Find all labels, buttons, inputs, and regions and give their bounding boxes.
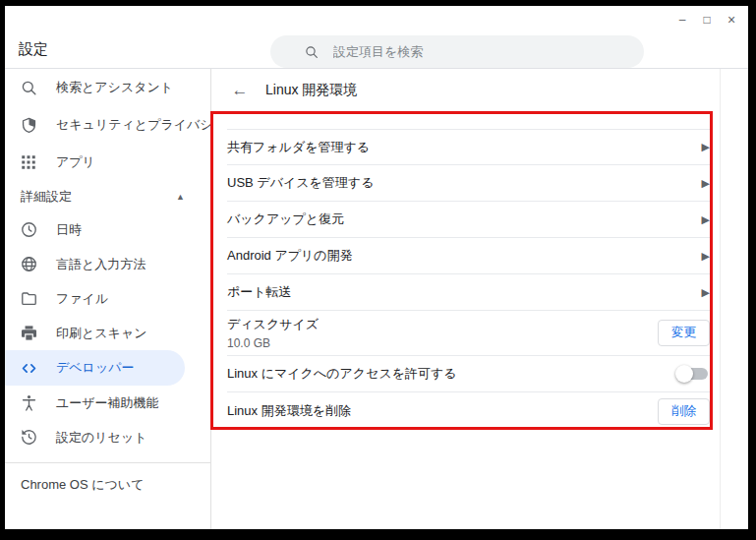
- page-title: Linux 開発環境: [265, 82, 357, 99]
- row-label: バックアップと復元: [227, 210, 344, 228]
- advanced-settings-label: 詳細設定: [21, 188, 72, 206]
- sidebar-item-label: Chrome OS について: [21, 476, 144, 494]
- globe-icon: [19, 255, 38, 274]
- row-delete-linux-environment: Linux 開発環境を削除 削除: [227, 392, 710, 430]
- row-label: Android アプリの開発: [227, 247, 353, 265]
- sidebar-item-print-scan[interactable]: 印刷とスキャン: [5, 316, 210, 350]
- sidebar-item-about-chromeos[interactable]: Chrome OS について: [5, 463, 210, 507]
- change-disk-size-button[interactable]: 変更: [658, 320, 710, 346]
- settings-rows: 共有フォルダを管理する ▶ USB デバイスを管理する ▶ バックアップと復元 …: [211, 129, 748, 430]
- sidebar-item-label: デベロッパー: [56, 359, 135, 377]
- printer-icon: [19, 324, 38, 343]
- row-manage-usb-devices[interactable]: USB デバイスを管理する ▶: [227, 165, 710, 202]
- code-icon: [19, 358, 38, 378]
- sidebar-item-label: セキュリティとプライバシー: [56, 116, 226, 134]
- mic-access-toggle[interactable]: [678, 368, 708, 380]
- chevron-right-icon: ▶: [702, 177, 710, 190]
- sidebar-item-reset-settings[interactable]: 設定のリセット: [5, 420, 210, 454]
- folder-icon: [19, 289, 38, 309]
- caret-up-icon: ▲: [176, 192, 185, 202]
- clock-icon: [19, 220, 38, 240]
- search-icon: [304, 44, 320, 60]
- body-area: 検索とアシスタント セキュリティとプライバシー: [5, 69, 748, 529]
- sidebar-item-developers[interactable]: デベロッパー: [5, 350, 185, 386]
- row-mic-access: Linux にマイクへのアクセスを許可する: [227, 356, 710, 392]
- minimize-button[interactable]: –: [673, 12, 691, 28]
- sidebar-item-label: 印刷とスキャン: [56, 325, 147, 342]
- delete-linux-label: Linux 開発環境を削除: [227, 402, 351, 420]
- sidebar: 検索とアシスタント セキュリティとプライバシー: [5, 69, 211, 529]
- sidebar-item-label: 設定のリセット: [56, 429, 147, 447]
- window-controls: – □ ×: [673, 12, 740, 28]
- sidebar-item-label: 言語と入力方法: [56, 256, 145, 273]
- sidebar-item-label: 日時: [56, 221, 82, 239]
- sidebar-item-search-assistant[interactable]: 検索とアシスタント: [5, 69, 210, 106]
- row-label: ポート転送: [227, 283, 292, 301]
- chevron-right-icon: ▶: [702, 141, 710, 153]
- row-android-app-development[interactable]: Android アプリの開発 ▶: [227, 238, 710, 274]
- row-disk-size: ディスクサイズ 10.0 GB 変更: [227, 311, 710, 356]
- delete-linux-button[interactable]: 削除: [658, 398, 710, 425]
- main-content: ← Linux 開発環境 共有フォルダを管理する ▶ USB デバイスを管理する…: [211, 69, 748, 529]
- reset-icon: [19, 428, 38, 448]
- back-arrow-icon[interactable]: ←: [230, 81, 250, 100]
- sidebar-item-files[interactable]: ファイル: [5, 281, 210, 316]
- shield-icon: [19, 115, 38, 135]
- search-input[interactable]: [333, 44, 609, 59]
- toggle-knob: [675, 365, 693, 383]
- apps-grid-icon: [19, 152, 38, 172]
- row-backup-restore[interactable]: バックアップと復元 ▶: [227, 202, 710, 238]
- chevron-right-icon: ▶: [702, 250, 710, 263]
- disk-size-label: ディスクサイズ: [227, 316, 319, 333]
- accessibility-icon: [19, 393, 38, 413]
- sidebar-item-label: ファイル: [56, 290, 108, 308]
- sidebar-item-security-privacy[interactable]: セキュリティとプライバシー: [5, 106, 210, 144]
- content-header: ← Linux 開発環境: [211, 69, 748, 111]
- chevron-right-icon: ▶: [702, 286, 710, 299]
- sidebar-item-accessibility[interactable]: ユーザー補助機能: [5, 386, 210, 420]
- close-button[interactable]: ×: [723, 12, 740, 28]
- sidebar-item-languages-inputs[interactable]: 言語と入力方法: [5, 247, 210, 281]
- chevron-right-icon: ▶: [702, 213, 710, 226]
- sidebar-section-advanced[interactable]: 詳細設定 ▲: [5, 181, 210, 212]
- settings-window: – □ × 設定 検索とアシスタント: [5, 6, 748, 529]
- mic-access-label: Linux にマイクへのアクセスを許可する: [227, 365, 457, 383]
- row-port-forwarding[interactable]: ポート転送 ▶: [227, 274, 710, 311]
- sidebar-item-date-time[interactable]: 日時: [5, 212, 210, 247]
- content-right-divider: [720, 69, 721, 529]
- row-manage-shared-folders[interactable]: 共有フォルダを管理する ▶: [227, 129, 710, 165]
- maximize-button[interactable]: □: [698, 12, 716, 28]
- disk-size-value: 10.0 GB: [227, 336, 319, 350]
- search-box[interactable]: [270, 35, 644, 68]
- window-header: – □ × 設定: [5, 6, 748, 69]
- row-label: 共有フォルダを管理する: [227, 139, 370, 156]
- app-title: 設定: [19, 40, 48, 59]
- sidebar-item-label: アプリ: [56, 153, 95, 171]
- row-label: USB デバイスを管理する: [227, 174, 374, 192]
- sidebar-item-label: 検索とアシスタント: [56, 79, 173, 96]
- sidebar-item-label: ユーザー補助機能: [56, 394, 159, 412]
- sidebar-item-apps[interactable]: アプリ: [5, 144, 210, 181]
- search-icon: [19, 78, 38, 97]
